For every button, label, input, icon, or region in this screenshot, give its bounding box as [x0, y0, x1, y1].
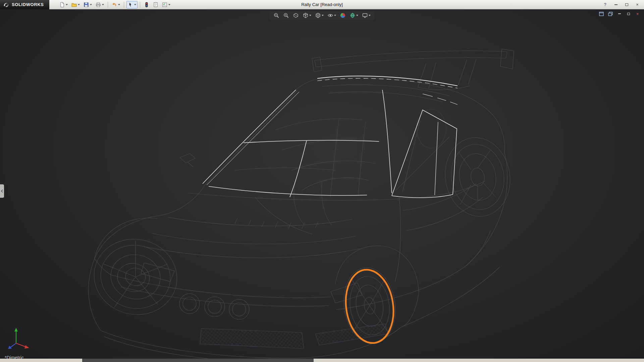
brand-text: SOLIDWORKS — [12, 2, 44, 7]
display-style-icon — [315, 12, 321, 18]
zoom-to-area-icon — [273, 12, 279, 18]
toolbar-separator — [140, 2, 140, 8]
heads-up-view-toolbar — [270, 11, 374, 20]
minimize-icon — [614, 4, 618, 5]
new-window-icon — [599, 12, 604, 16]
select-cursor-icon — [128, 2, 133, 7]
wireframe-body-group — [87, 49, 516, 359]
apply-scene-button[interactable] — [349, 12, 359, 19]
zoom-to-fit-icon — [283, 12, 289, 18]
new-window-button[interactable] — [599, 11, 604, 16]
close-button[interactable]: × — [635, 2, 640, 7]
print-button[interactable] — [94, 1, 105, 8]
edit-appearance-button[interactable] — [339, 12, 346, 19]
dropdown-caret-icon — [322, 15, 324, 16]
cascade-windows-icon — [608, 12, 613, 16]
file-properties-icon — [153, 2, 158, 7]
dropdown-caret-icon — [334, 15, 336, 16]
select-button[interactable] — [126, 1, 138, 8]
close-document-button[interactable]: × — [635, 11, 640, 16]
bottom-strip — [0, 359, 644, 362]
minimize-document-button[interactable] — [617, 11, 622, 16]
zoom-to-fit-button[interactable] — [283, 12, 289, 19]
window-controls: ? × — [602, 2, 644, 7]
view-orientation-cube-icon — [303, 12, 309, 18]
orientation-label: *Dimetric — [5, 355, 24, 359]
toolbar-separator — [108, 2, 108, 8]
dassault-logo-icon — [3, 2, 9, 8]
dropdown-caret-icon — [369, 15, 371, 16]
restore-button[interactable] — [624, 2, 629, 7]
titlebar: SOLIDWORKS — [0, 0, 644, 9]
dropdown-caret-icon — [356, 15, 358, 16]
new-document-button[interactable] — [58, 1, 69, 8]
options-button[interactable] — [161, 1, 172, 8]
dropdown-caret-icon — [309, 15, 311, 16]
section-view-button[interactable] — [292, 12, 299, 19]
main-toolbar — [58, 1, 172, 8]
display-style-button[interactable] — [315, 12, 324, 19]
graphics-viewport[interactable]: × *Dimetric — [0, 9, 644, 359]
document-window-controls: × — [599, 11, 640, 16]
apply-scene-globe-icon — [350, 12, 356, 18]
hide-show-eye-icon — [327, 12, 333, 18]
save-icon — [84, 2, 89, 7]
options-icon — [162, 2, 167, 7]
help-button[interactable]: ? — [602, 2, 608, 7]
taskbar-edge-segment — [82, 359, 314, 362]
section-view-icon — [293, 12, 299, 18]
hide-show-items-button[interactable] — [327, 12, 336, 19]
open-button[interactable] — [70, 1, 81, 8]
rebuild-button[interactable] — [143, 1, 151, 8]
model-canvas[interactable] — [0, 9, 644, 359]
view-orientation-button[interactable] — [302, 12, 312, 19]
view-settings-icon — [362, 12, 368, 18]
open-folder-icon — [71, 2, 77, 7]
rebuild-traffic-light-icon — [144, 2, 149, 7]
restore-document-button[interactable] — [626, 11, 631, 16]
toolbar-separator — [124, 2, 124, 8]
zoom-to-area-button[interactable] — [273, 12, 280, 19]
minimize-button[interactable] — [613, 2, 619, 7]
minimize-document-icon — [618, 13, 621, 14]
undo-icon — [112, 2, 117, 7]
undo-button[interactable] — [110, 1, 121, 8]
orientation-triad — [5, 324, 32, 351]
restore-icon — [625, 3, 628, 6]
flyout-arrow-icon — [1, 189, 3, 193]
restore-document-icon — [627, 13, 630, 15]
close-document-icon: × — [636, 12, 639, 16]
new-document-icon — [59, 2, 65, 7]
view-settings-button[interactable] — [362, 12, 371, 19]
file-properties-button[interactable] — [152, 1, 160, 8]
solidworks-logo: SOLIDWORKS — [0, 0, 49, 9]
save-button[interactable] — [82, 1, 93, 8]
edit-appearance-ball-icon — [340, 12, 346, 18]
feature-tree-flyout-tab[interactable] — [0, 184, 4, 198]
cascade-windows-button[interactable] — [608, 11, 613, 16]
print-icon — [96, 2, 101, 7]
